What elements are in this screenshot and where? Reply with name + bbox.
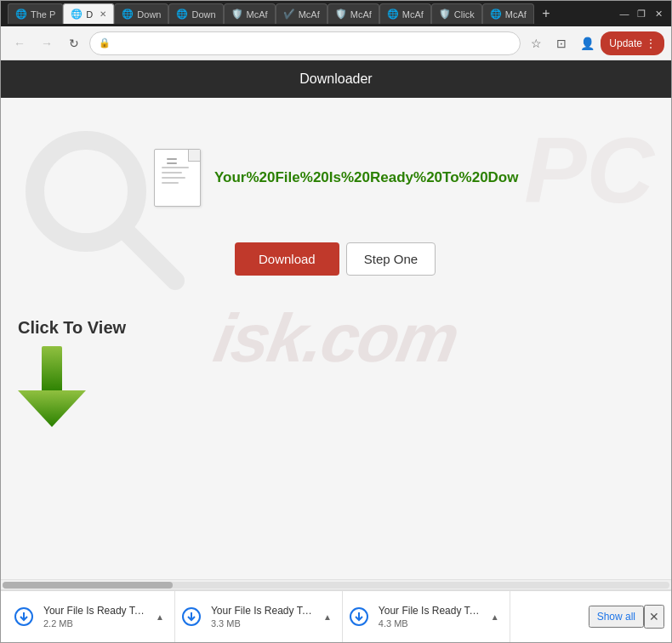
tab-6[interactable]: ✔️ McAf [276,3,327,24]
downloads-bar: Your File Is Ready T....iso 2.2 MB ▲ You… [1,589,671,642]
browser-window: 🌐 The P 🌐 D ✕ 🌐 Down 🌐 Down 🛡️ McAf [0,0,672,643]
back-button[interactable]: ← [8,31,31,55]
download-icon-2 [179,604,204,629]
arrow-down-icon [18,346,126,435]
svg-rect-2 [42,346,62,393]
page-header: Downloader [1,60,671,98]
restore-button[interactable]: ❐ [635,8,647,20]
download-chevron-3[interactable]: ▲ [491,612,499,622]
download-name-3: Your File Is Ready T....iso [379,605,481,617]
tab-favicon-1: 🌐 [15,9,27,20]
download-item-3: Your File Is Ready T....iso 4.3 MB ▲ [343,591,510,642]
ready-text: Your%20File%20Is%20Ready%20To%20Dow [214,169,518,186]
tab-favicon-7: 🛡️ [335,9,347,20]
download-size-2: 3.3 MB [211,618,313,629]
tab-strip: 🌐 The P 🌐 D ✕ 🌐 Down 🌐 Down 🛡️ McAf [8,1,615,26]
lock-icon: 🔒 [99,37,111,48]
tab-favicon-4: 🌐 [176,9,188,20]
main-content: PC isk.com [1,98,671,579]
download-item-2: Your File Is Ready T....iso 3.3 MB ▲ [175,591,343,642]
download-button[interactable]: Download [235,242,339,276]
pc-watermark: PC [524,123,654,217]
tab-8[interactable]: 🌐 McAf [379,3,431,24]
download-chevron-2[interactable]: ▲ [323,612,332,622]
download-size-3: 4.3 MB [379,618,481,629]
tab-title-4: Down [191,9,215,20]
minimize-button[interactable]: — [618,8,630,20]
download-item-1: Your File Is Ready T....iso 2.2 MB ▲ [8,591,175,642]
close-downloads-button[interactable]: ✕ [644,605,664,629]
toolbar-icons: ☆ ⊡ 👤 Update ⋮ [524,31,664,55]
download-icon-1 [11,604,37,629]
tab-title-1: The P [31,9,55,20]
close-button[interactable]: ✕ [652,8,664,20]
tab-title-9: Click [454,9,475,20]
star-icon-button[interactable]: ☆ [524,31,548,55]
scrollbar-track [3,582,669,589]
tab-9[interactable]: 🛡️ Click [431,3,482,24]
tab-title-10: McAf [505,9,527,20]
svg-marker-3 [18,390,86,427]
tab-title-7: McAf [350,9,372,20]
download-icon-3 [346,604,372,629]
address-bar-row: ← → ↻ 🔒 ☆ ⊡ 👤 Update ⋮ [1,26,671,60]
tab-favicon-3: 🌐 [122,9,134,20]
tab-title-5: McAf [247,9,268,20]
tab-1[interactable]: 🌐 The P [8,3,63,24]
tab-favicon-8: 🌐 [387,9,399,20]
tab-favicon-6: ✔️ [283,9,295,20]
tab-4[interactable]: 🌐 Down [168,3,223,24]
tab-title-2: D [86,9,93,20]
refresh-button[interactable]: ↻ [62,31,86,55]
download-size-1: 2.2 MB [43,618,145,629]
step-one-button[interactable]: Step One [346,242,436,276]
tab-10[interactable]: 🌐 McAf [482,3,534,24]
title-bar: 🌐 The P 🌐 D ✕ 🌐 Down 🌐 Down 🛡️ McAf [1,1,671,26]
tab-favicon-5: 🛡️ [231,9,243,20]
file-icon [154,149,201,207]
file-area: Your%20File%20Is%20Ready%20To%20Dow [154,149,518,207]
page-title: Downloader [299,71,372,87]
tab-5[interactable]: 🛡️ McAf [224,3,276,24]
download-name-2: Your File Is Ready T....iso [211,605,313,617]
click-to-view-area: Click To View [18,318,126,435]
tab-close-2[interactable]: ✕ [100,9,106,19]
update-label: Update [609,37,642,49]
tab-favicon-2: 🌐 [71,9,83,20]
tab-3[interactable]: 🌐 Down [114,3,168,24]
scrollbar-thumb[interactable] [3,582,173,589]
download-info-3: Your File Is Ready T....iso 4.3 MB [379,605,481,629]
button-row: Download Step One [235,242,436,276]
tab-title-8: McAf [402,9,424,20]
address-box[interactable]: 🔒 [89,31,521,55]
window-controls: — ❐ ✕ [618,8,664,20]
download-info-2: Your File Is Ready T....iso 3.3 MB [211,605,313,629]
download-chevron-1[interactable]: ▲ [156,612,164,622]
download-info-1: Your File Is Ready T....iso 2.2 MB [43,605,145,629]
tab-title-6: McAf [299,9,320,20]
horizontal-scrollbar[interactable] [1,579,671,589]
show-all-button[interactable]: Show all [589,606,644,628]
tab-2[interactable]: 🌐 D ✕ [63,3,114,24]
forward-button[interactable]: → [35,31,59,55]
click-to-view-text: Click To View [18,318,126,337]
tab-7[interactable]: 🛡️ McAf [327,3,379,24]
svg-point-0 [35,140,137,242]
watermark-text: isk.com [208,299,464,378]
download-name-1: Your File Is Ready T....iso [43,605,145,617]
svg-line-1 [124,230,175,281]
profile-button[interactable]: 👤 [575,31,599,55]
tab-favicon-10: 🌐 [490,9,502,20]
collections-button[interactable]: ⊡ [550,31,573,55]
update-chevron-icon: ⋮ [646,37,656,49]
update-button[interactable]: Update ⋮ [601,31,664,55]
tab-title-3: Down [137,9,161,20]
tab-favicon-9: 🛡️ [439,9,451,20]
new-tab-button[interactable]: + [534,2,558,26]
